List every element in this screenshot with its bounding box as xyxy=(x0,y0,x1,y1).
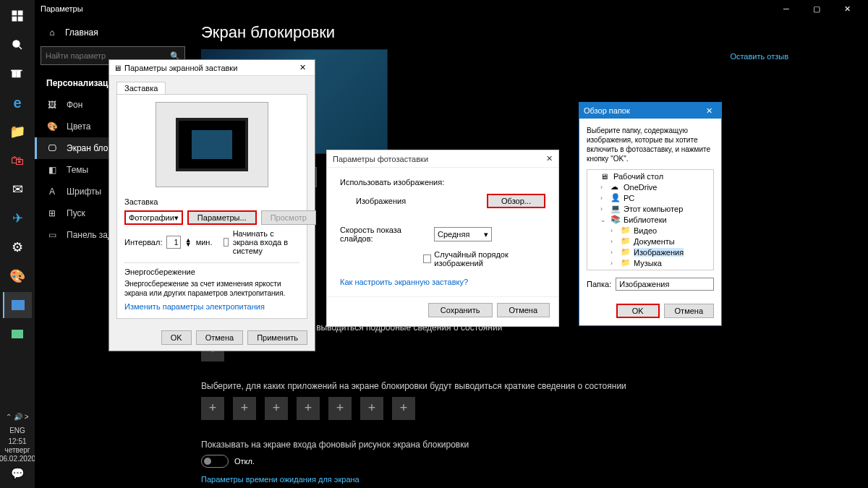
mail-icon[interactable]: ✉ xyxy=(3,176,32,202)
svg-line-5 xyxy=(19,46,22,49)
toggle-state: Откл. xyxy=(234,457,255,466)
tree-item[interactable]: ›📁Видео xyxy=(589,225,712,236)
tree-item[interactable]: ›📁Пленка xyxy=(589,268,712,270)
clock-date: 06.02.2020 xyxy=(0,455,35,463)
images-label: Изображения xyxy=(356,197,487,205)
interval-spinbox[interactable]: 1 xyxy=(166,236,180,249)
random-checkbox[interactable] xyxy=(423,254,431,263)
add-quick-app[interactable]: + xyxy=(328,397,352,420)
cancel-button[interactable]: Отмена xyxy=(196,330,243,345)
svg-rect-3 xyxy=(18,17,23,22)
theme-icon: ◧ xyxy=(46,165,58,175)
clock-day: четверг xyxy=(0,446,35,455)
bg-toggle-label: Показывать на экране входа фоновый рисун… xyxy=(201,439,851,451)
add-quick-app[interactable]: + xyxy=(360,397,383,420)
paint-icon[interactable]: 🎨 xyxy=(3,263,32,289)
ok-button[interactable]: OK xyxy=(616,304,660,318)
random-label: Случайный порядок изображений xyxy=(434,250,545,267)
power-settings-link[interactable]: Изменить параметры электропитания xyxy=(124,302,265,311)
settings-app-icon[interactable] xyxy=(3,292,32,318)
svg-rect-0 xyxy=(12,11,17,16)
tree-item[interactable]: ›📁Документы xyxy=(589,236,712,247)
clock-time: 12:51 xyxy=(0,437,35,446)
screen-timeout-link[interactable]: Параметры времени ожидания для экрана xyxy=(201,475,851,484)
power-section-title: Энергосбережение xyxy=(124,267,299,276)
tray-chevron[interactable]: ⌃ 🔊 > xyxy=(6,413,28,421)
close-button[interactable]: ✕ xyxy=(702,106,717,116)
minimize-button[interactable]: ─ xyxy=(771,0,801,17)
tree-item[interactable]: ›☁OneDrive xyxy=(589,181,712,192)
add-quick-app[interactable]: + xyxy=(297,397,320,420)
svg-rect-6 xyxy=(12,71,16,77)
add-quick-app[interactable]: + xyxy=(201,397,224,420)
misc-icon[interactable] xyxy=(3,321,32,347)
save-button[interactable]: Сохранить xyxy=(428,303,493,317)
action-center-icon[interactable]: 💬 xyxy=(3,463,32,484)
palette-icon: 🎨 xyxy=(46,121,58,132)
tray-lang[interactable]: ENG xyxy=(9,427,25,435)
power-section-text: Энергосбережение за счет изменения яркос… xyxy=(124,279,299,298)
feedback-link[interactable]: Оставить отзыв xyxy=(730,52,788,61)
chevron-down-icon: ▾ xyxy=(174,213,179,223)
nav-home-label: Главная xyxy=(65,27,98,38)
interval-label: Интервал: xyxy=(124,238,162,247)
ok-button[interactable]: OK xyxy=(161,330,192,345)
login-checkbox-label: Начинать с экрана входа в систему xyxy=(233,229,299,255)
tree-item[interactable]: ⌄📚Библиотеки xyxy=(589,214,712,225)
tree-item[interactable]: ›💻Этот компьютер xyxy=(589,203,712,214)
interval-unit: мин. xyxy=(196,238,213,247)
window-title: Параметры xyxy=(41,4,83,13)
screensaver-preview xyxy=(156,102,268,187)
close-button[interactable]: ✕ xyxy=(295,63,310,72)
use-images-label: Использовать изображения: xyxy=(340,178,545,187)
start-button[interactable] xyxy=(3,3,32,29)
preview-button[interactable]: Просмотр xyxy=(261,210,316,225)
telegram-icon[interactable]: ✈ xyxy=(3,205,32,231)
start-icon: ⊞ xyxy=(46,208,58,218)
tree-item[interactable]: ›👤PC xyxy=(589,192,712,203)
add-quick-app[interactable]: + xyxy=(265,397,288,420)
cancel-button[interactable]: Отмена xyxy=(497,303,550,317)
explorer-icon[interactable]: 📁 xyxy=(3,119,32,145)
apply-button[interactable]: Применить xyxy=(247,330,307,345)
svg-rect-2 xyxy=(12,17,17,22)
tree-item[interactable]: ›📁Музыка xyxy=(589,257,712,268)
search-icon[interactable] xyxy=(3,32,32,58)
cancel-button[interactable]: Отмена xyxy=(664,304,714,318)
folder-field-label: Папка: xyxy=(587,280,611,288)
taskbar-icon: ▭ xyxy=(46,230,58,240)
settings-icon[interactable]: ⚙ xyxy=(3,234,32,260)
close-button[interactable]: ✕ xyxy=(832,0,862,17)
add-quick-app[interactable]: + xyxy=(233,397,256,420)
login-checkbox[interactable] xyxy=(224,238,229,247)
browse-button[interactable]: Обзор... xyxy=(487,194,545,208)
edge-icon[interactable]: e xyxy=(3,90,32,116)
bg-toggle[interactable] xyxy=(201,455,229,468)
settings-button[interactable]: Параметры... xyxy=(187,210,257,225)
folder-tree[interactable]: 🖥Рабочий стол›☁OneDrive›👤PC›💻Этот компью… xyxy=(587,169,714,270)
tree-item[interactable]: 🖥Рабочий стол xyxy=(589,171,712,181)
nav-home[interactable]: ⌂ Главная xyxy=(35,22,191,43)
add-quick-app[interactable]: + xyxy=(392,397,415,420)
apps-quick-label: Выберите, для каких приложений на экране… xyxy=(201,380,851,393)
speed-combo[interactable]: Средняя▾ xyxy=(434,227,492,241)
maximize-button[interactable]: ▢ xyxy=(801,0,832,17)
photo-settings-dialog: Параметры фотозаставки ✕ Использовать из… xyxy=(326,150,559,327)
folder-input[interactable]: Изображения xyxy=(616,278,714,291)
screensaver-section-label: Заставка xyxy=(124,197,299,206)
font-icon: A xyxy=(46,187,58,197)
tray-clock[interactable]: 12:51 четверг 06.02.2020 xyxy=(0,437,35,463)
tab-screensaver[interactable]: Заставка xyxy=(116,82,166,94)
screensaver-dialog: 🖥Параметры экранной заставки ✕ Заставка … xyxy=(109,59,315,351)
dialog-titlebar: 🖥Параметры экранной заставки ✕ xyxy=(109,60,315,76)
picture-icon: 🖼 xyxy=(46,100,58,110)
close-button[interactable]: ✕ xyxy=(546,154,553,163)
store-icon[interactable]: 🛍 xyxy=(3,147,32,174)
folder-instruction: Выберите папку, содержащую изображения, … xyxy=(587,126,714,163)
page-title: Экран блокировки xyxy=(201,23,851,42)
screensaver-combo[interactable]: Фотографии▾ xyxy=(124,210,183,225)
taskview-icon[interactable] xyxy=(3,61,32,87)
help-link[interactable]: Как настроить экранную заставку? xyxy=(340,278,545,286)
tree-item[interactable]: ›📁Изображения xyxy=(589,247,712,257)
dialog-title: Параметры фотозаставки xyxy=(333,155,428,163)
